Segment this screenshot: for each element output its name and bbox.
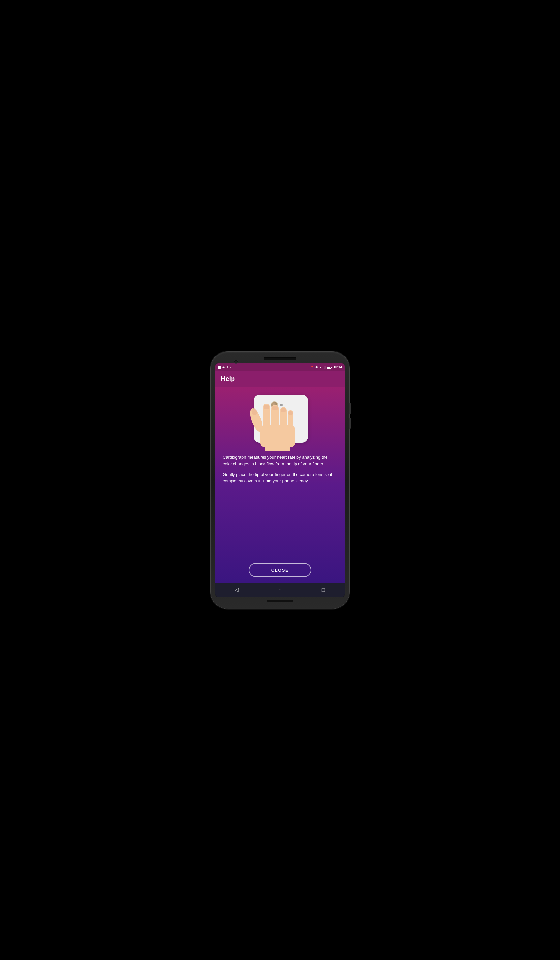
location-dot-icon: ◉ [222, 366, 225, 369]
status-right-icons: 📍 ✱ ▲ ▒ 10:14 [310, 365, 342, 369]
phone-screen: ◉ ⬇ ● 📍 ✱ ▲ ▒ 10:14 Help [215, 363, 345, 597]
svg-rect-7 [264, 405, 269, 409]
location-icon: 📍 [310, 366, 314, 369]
wifi-icon: ▲ [319, 366, 322, 369]
status-left-icons: ◉ ⬇ ● [218, 366, 232, 369]
recent-nav-button[interactable]: □ [317, 583, 330, 597]
button-area: CLOSE [242, 558, 318, 583]
battery-icon [327, 366, 332, 369]
svg-rect-10 [288, 411, 293, 415]
speaker-bottom [267, 600, 293, 602]
front-camera [235, 360, 238, 363]
square-status-icon [218, 366, 221, 369]
close-button[interactable]: CLOSE [249, 563, 311, 577]
circle-icon: ● [230, 366, 232, 369]
volume-up-button [349, 403, 350, 414]
bluetooth-icon: ✱ [315, 366, 318, 369]
status-time: 10:14 [333, 365, 342, 369]
illustration-area [215, 387, 345, 451]
app-bar: Help [215, 371, 345, 387]
main-content: Cardiograph measures your heart rate by … [215, 387, 345, 583]
signal-off-icon: ▒ [323, 366, 325, 369]
back-nav-button[interactable]: ◁ [230, 583, 243, 597]
nav-bar: ◁ ○ □ [215, 583, 345, 597]
hand-svg [247, 403, 306, 451]
home-nav-button[interactable]: ○ [274, 583, 286, 597]
svg-rect-6 [265, 443, 290, 451]
download-icon: ⬇ [226, 366, 229, 369]
description-paragraph-1: Cardiograph measures your heart rate by … [222, 454, 338, 467]
app-bar-title: Help [221, 375, 235, 382]
phone-illustration [247, 393, 313, 448]
text-section: Cardiograph measures your heart rate by … [215, 451, 345, 558]
description-paragraph-2: Gently place the tip of your finger on t… [222, 471, 338, 485]
status-bar: ◉ ⬇ ● 📍 ✱ ▲ ▒ 10:14 [215, 363, 345, 371]
svg-rect-9 [281, 408, 286, 412]
volume-down-button [349, 418, 350, 429]
speaker-top [264, 357, 296, 360]
phone-device: ◉ ⬇ ● 📍 ✱ ▲ ▒ 10:14 Help [211, 352, 349, 609]
svg-rect-8 [272, 406, 278, 410]
